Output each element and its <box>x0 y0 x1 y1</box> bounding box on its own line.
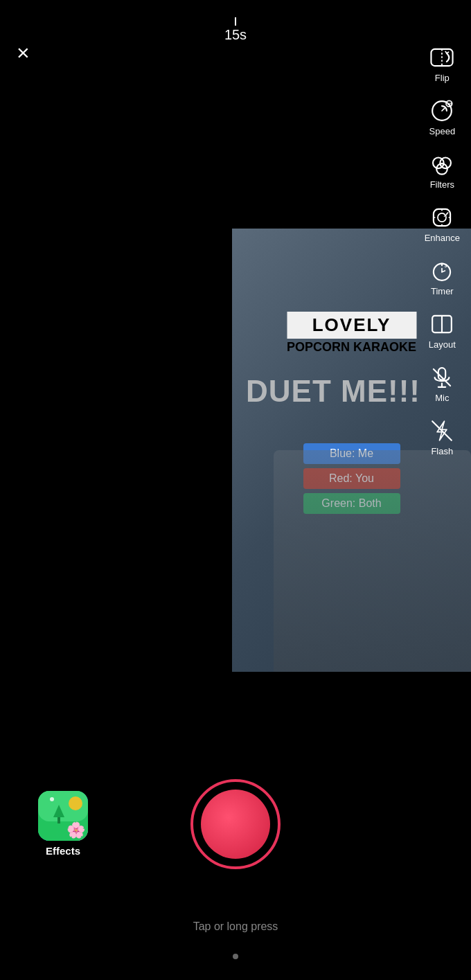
flip-button[interactable]: Flip <box>423 38 461 89</box>
speed-label: Speed <box>429 126 456 136</box>
mic-button[interactable]: Mic <box>423 358 461 409</box>
effects-icon: 🌸 <box>38 791 88 841</box>
filters-icon <box>427 150 457 178</box>
mic-label: Mic <box>435 393 449 403</box>
effects-button[interactable]: 🌸 Effects <box>38 791 88 857</box>
record-button[interactable] <box>190 779 281 869</box>
popcorn-text: POPCORN KARAOKE <box>287 340 416 355</box>
flash-button[interactable]: Flash <box>423 411 461 462</box>
layout-button[interactable]: Layout <box>423 305 461 355</box>
mic-icon <box>427 364 457 391</box>
lovely-text: LOVELY <box>287 312 416 339</box>
flash-icon <box>427 417 457 445</box>
record-btn-outer <box>190 779 281 869</box>
svg-point-17 <box>50 797 54 801</box>
person-silhouette <box>274 450 471 672</box>
filters-button[interactable]: Filters <box>423 145 461 195</box>
enhance-icon <box>427 204 457 231</box>
timer-display: 15s <box>224 27 247 43</box>
timer-tick: 15s <box>224 17 247 43</box>
video-overlay-text: LOVELY POPCORN KARAOKE <box>287 312 416 355</box>
enhance-button[interactable]: Enhance <box>420 198 464 249</box>
tap-hint: Tap or long press <box>193 920 278 933</box>
flip-icon <box>427 44 457 71</box>
timer-bar: 15s <box>0 0 471 48</box>
svg-text:off: off <box>447 102 452 106</box>
svg-rect-7 <box>434 209 450 226</box>
timer-label: Timer <box>431 286 454 296</box>
close-icon: × <box>17 40 30 65</box>
effects-emoji: 🌸 <box>66 821 85 839</box>
svg-point-16 <box>69 796 82 810</box>
record-btn-inner <box>201 790 270 859</box>
close-button[interactable]: × <box>17 42 30 64</box>
layout-icon <box>427 310 457 338</box>
duet-text: DUET ME!!! <box>246 374 420 409</box>
effects-icon-bg: 🌸 <box>38 791 88 841</box>
flip-label: Flip <box>435 73 450 83</box>
home-indicator <box>233 954 238 959</box>
speed-icon: off <box>427 97 457 125</box>
timer-button[interactable]: 3 Timer <box>423 251 461 302</box>
svg-text:3: 3 <box>445 263 447 268</box>
right-toolbar: Flip off Speed Filters <box>420 38 464 462</box>
speed-button[interactable]: off Speed <box>423 91 461 142</box>
timer-line-indicator <box>235 17 236 26</box>
layout-label: Layout <box>429 339 456 350</box>
flash-label: Flash <box>431 446 453 456</box>
enhance-label: Enhance <box>425 233 460 243</box>
left-camera-panel <box>0 229 232 672</box>
timer-icon: 3 <box>427 257 457 285</box>
svg-point-8 <box>438 213 446 222</box>
filters-label: Filters <box>430 179 454 190</box>
effects-label: Effects <box>46 845 80 857</box>
